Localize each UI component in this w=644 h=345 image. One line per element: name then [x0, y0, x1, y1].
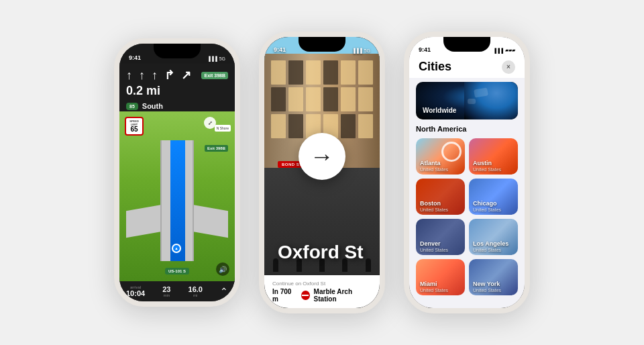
nav-icons-1: ▐▐▐ 5G — [207, 56, 225, 61]
tube-icon — [301, 291, 310, 300]
window — [271, 114, 286, 138]
city-label-losangeles: Los Angeles United States — [473, 240, 508, 252]
cities-title: Cities — [419, 60, 451, 74]
arrow-turn-right: ↱ — [164, 68, 174, 83]
nav-bottom-bar: arrival 10:04 23 min 16.0 mi ⌃ — [119, 281, 235, 301]
window — [306, 87, 321, 111]
phones-container: 9:41 ▐▐▐ 5G ↑ ↑ ↑ ↱ ↗ Exit 398B 0.2 mi — [101, 18, 543, 327]
city-label-austin: Austin United States — [473, 160, 501, 172]
city-name-atlanta: Atlanta — [420, 160, 448, 167]
distance-row: 0.2 mi — [126, 84, 228, 98]
distance-text: 0.2 mi — [126, 84, 160, 98]
map-area[interactable]: SPEED LIMIT 65 Exit 398B N Shore ⤢ 🔊 ▲ U… — [119, 111, 235, 281]
city-card-atlanta[interactable]: Atlanta United States — [416, 138, 465, 175]
arrival-stat: arrival 10:04 — [126, 285, 145, 297]
city-card-losangeles[interactable]: Los Angeles United States — [469, 219, 518, 255]
expand-button[interactable]: ⌃ — [220, 286, 228, 297]
window — [358, 114, 373, 138]
window — [306, 60, 321, 85]
window — [271, 60, 286, 85]
time-1: 9:41 — [129, 54, 141, 61]
minutes-label: min — [162, 293, 170, 297]
window — [341, 60, 356, 85]
cities-status-icons: ▐▐▐ ▰▰▰ — [493, 48, 515, 53]
city-label-boston: Boston United States — [420, 200, 448, 212]
city-label-miami: Miami United States — [420, 281, 448, 293]
street-icons: ▐▐▐ 5G — [352, 48, 370, 53]
wifi-icon-2: 5G — [364, 48, 370, 53]
window — [288, 114, 303, 138]
window — [323, 87, 338, 111]
city-name-boston: Boston — [420, 200, 448, 207]
window — [341, 114, 356, 138]
street-name-overlay: Oxford St — [278, 243, 366, 262]
city-card-newyork[interactable]: New York United States — [469, 259, 518, 295]
street-name-text: Oxford St — [278, 243, 366, 262]
window — [288, 60, 303, 85]
turn-guidance: ↑ ↑ ↑ ↱ ↗ Exit 398B 0.2 mi — [119, 64, 235, 101]
notch-3 — [443, 37, 490, 52]
city-card-miami[interactable]: Miami United States — [416, 259, 465, 295]
city-label-chicago: Chicago United States — [473, 200, 501, 212]
street-bottom-bar: Continue on Oxford St In 700 m Marble Ar… — [264, 275, 380, 308]
route-name: South — [142, 102, 163, 110]
continent-shape — [468, 99, 476, 104]
arrow-turn-right-2: ↗ — [181, 68, 191, 83]
location-arrow-icon: ▲ — [174, 246, 178, 250]
speed-limit-num: 65 — [127, 126, 141, 133]
volume-button[interactable]: 🔊 — [216, 262, 229, 276]
road-right — [188, 204, 228, 238]
phone-street-view: 9:41 ▐▐▐ 5G — [259, 32, 385, 313]
city-country-miami: United States — [420, 288, 448, 293]
city-card-chicago[interactable]: Chicago United States — [469, 179, 518, 215]
city-label-denver: Denver United States — [420, 240, 448, 252]
minutes-value: 23 — [162, 285, 170, 293]
share-button[interactable]: ⤢ — [204, 117, 216, 129]
arrow-straight-1: ↑ — [126, 68, 132, 83]
continent-shape — [474, 87, 488, 97]
window — [358, 60, 373, 85]
city-card-boston[interactable]: Boston United States — [416, 179, 465, 215]
signal-icon-3: ▐▐▐ — [493, 48, 503, 53]
city-country-losangeles: United States — [473, 248, 508, 252]
worldwide-card[interactable]: Worldwide — [416, 82, 518, 119]
city-country-boston: United States — [420, 207, 448, 212]
close-button[interactable]: × — [502, 60, 515, 74]
arrow-row: ↑ ↑ ↑ ↱ ↗ Exit 398B — [126, 68, 228, 83]
window — [323, 60, 338, 85]
continue-label: Continue on Oxford St — [272, 281, 372, 287]
cities-grid: Atlanta United States Austin United Stat… — [416, 138, 518, 295]
notch-2 — [299, 37, 345, 52]
earth-visual — [464, 82, 518, 119]
phone-navigation: 9:41 ▐▐▐ 5G ↑ ↑ ↑ ↱ ↗ Exit 398B 0.2 mi — [114, 38, 240, 307]
location-circle: ▲ — [172, 244, 181, 253]
city-label-atlanta: Atlanta United States — [420, 160, 448, 172]
miles-value: 16.0 — [189, 285, 203, 293]
cities-content: Worldwide North America Atlanta United S… — [409, 78, 525, 308]
window — [341, 87, 356, 111]
phone-cities: 9:41 ▐▐▐ ▰▰▰ Cities × — [404, 32, 530, 313]
current-location-indicator: ▲ — [172, 244, 182, 254]
arrival-value: 10:04 — [126, 289, 145, 297]
city-country-atlanta: United States — [420, 167, 448, 172]
arrow-straight-2: ↑ — [139, 68, 145, 83]
notch-1 — [154, 44, 201, 58]
tube-line — [302, 295, 309, 296]
battery-icon-3: ▰▰▰ — [505, 48, 515, 53]
city-card-austin[interactable]: Austin United States — [469, 138, 518, 175]
exit-sign-map: Exit 398B — [205, 145, 228, 152]
cities-header: Cities × — [409, 56, 525, 78]
road-blue-route — [170, 140, 185, 261]
city-country-newyork: United States — [473, 288, 501, 293]
city-label-newyork: New York United States — [473, 281, 501, 293]
city-name-newyork: New York — [473, 281, 501, 288]
window — [271, 87, 286, 111]
direction-arrow: → — [299, 133, 345, 180]
city-card-denver[interactable]: Denver United States — [416, 219, 465, 255]
city-country-denver: United States — [420, 248, 448, 252]
time-2: 9:41 — [274, 46, 286, 53]
city-name-miami: Miami — [420, 281, 448, 288]
minutes-stat: 23 min — [162, 285, 170, 297]
street-view-photo: BOND STREET STATION → Oxford St — [264, 37, 380, 275]
destination-name: Marble Arch Station — [314, 288, 372, 303]
